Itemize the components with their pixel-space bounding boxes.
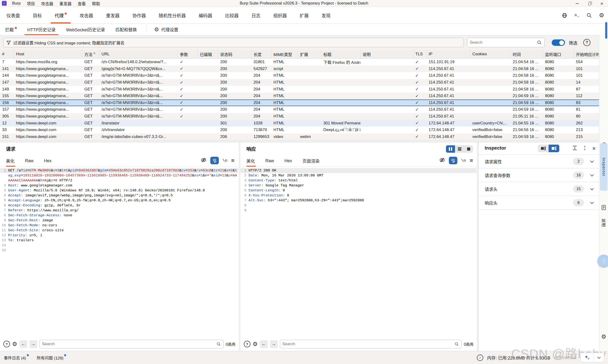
search-icon[interactable] — [586, 12, 592, 19]
menu-item-Burp[interactable]: Burp — [9, 0, 24, 7]
tab-目标[interactable]: 目标 — [26, 7, 48, 24]
editor-tab-Hex[interactable]: Hex — [40, 155, 56, 167]
column-header-说明[interactable]: 说明 — [360, 50, 413, 58]
eye-slash-icon[interactable] — [201, 157, 206, 164]
tab-WebSocket历史记录[interactable]: WebSocket历史记录 — [61, 24, 110, 35]
table-row[interactable]: 12https://www.deepl.comGET/translator301… — [0, 120, 608, 127]
table-row[interactable]: 157https://www.googletagmana...GET/a?id=… — [0, 106, 608, 113]
help-icon[interactable]: ? — [583, 39, 590, 46]
expand-all-icon[interactable] — [572, 145, 577, 152]
tab-代理[interactable]: 代理 — [48, 7, 73, 24]
horizontal-splitter[interactable] — [0, 140, 608, 143]
tab-组织器[interactable]: 组织器 — [267, 7, 293, 24]
restore-button[interactable] — [583, 0, 596, 7]
tab-随机性分析器[interactable]: 随机性分析器 — [152, 7, 192, 24]
table-row[interactable]: 7https://www.mozilla.orgGET/zh-CN/firefo… — [0, 59, 608, 65]
word-wrap-button[interactable] — [210, 157, 219, 164]
editor-tab-Raw[interactable]: Raw — [21, 155, 38, 167]
column-header-URL[interactable]: URL — [99, 50, 178, 58]
minimize-button[interactable] — [571, 0, 583, 7]
tab-匹配和替换[interactable]: 匹配和替换 — [110, 24, 142, 35]
info-icon[interactable]: i — [477, 354, 483, 361]
terminal-icon[interactable]: >_ — [574, 12, 580, 19]
column-header-参数[interactable]: 参数 — [178, 50, 198, 58]
tab-重发器[interactable]: 重发器 — [100, 7, 126, 24]
table-row[interactable]: 156https://www.googletagmana...GET/a?id=… — [0, 100, 608, 106]
editor-tab-Raw[interactable]: Raw — [261, 155, 278, 167]
tab-拦截[interactable]: 拦截 — [0, 24, 22, 35]
editor-tab-Hex[interactable]: Hex — [280, 155, 296, 167]
table-row[interactable]: 155https://www.googletagmana...GET/a?id=… — [0, 93, 608, 100]
tab-攻击器[interactable]: 攻击器 — [73, 7, 100, 24]
column-header-扩展[interactable]: 扩展 — [298, 50, 321, 58]
table-row[interactable]: 151https://www.deepl.comGET/img/ai-labs/… — [0, 133, 608, 140]
inspector-section-请求属性[interactable]: 请求属性2 — [478, 155, 599, 168]
word-wrap-button[interactable] — [449, 157, 457, 164]
response-search-input[interactable] — [282, 342, 455, 346]
help-icon[interactable]: ? — [3, 341, 10, 347]
column-header-IP[interactable]: IP — [426, 50, 470, 58]
tab-日志[interactable]: 日志 — [245, 7, 267, 24]
inspector-section-响应头[interactable]: 响应头6 — [478, 196, 599, 210]
request-search-input[interactable] — [42, 342, 217, 346]
strip-settings-gear-icon[interactable]: ⚙ — [599, 334, 608, 339]
tab-比较器[interactable]: 比较器 — [219, 7, 245, 24]
side-tab-inspector[interactable]: Inspector — [600, 143, 608, 191]
editor-tab-美化[interactable]: 美化 — [246, 155, 259, 167]
column-header-TLS[interactable]: TLS — [413, 50, 426, 58]
sparkles-icon[interactable] — [581, 353, 594, 362]
editor-tab-页面渲染[interactable]: 页面渲染 — [298, 155, 324, 167]
editor-tab-美化[interactable]: 美化 — [6, 155, 19, 167]
table-row[interactable]: 33https://www.deepl.comGET/zh/translator… — [0, 127, 608, 133]
menu-item-帮助[interactable]: 帮助 — [89, 0, 103, 7]
column-header-已编辑[interactable]: 已编辑 — [198, 50, 218, 58]
request-editor[interactable]: 1GET /a?id=GTM-MW3R8V&v=3&t=t&pid=940362… — [0, 168, 238, 337]
ai-dropdown-chevron[interactable] — [594, 353, 604, 362]
next-match-button[interactable]: → — [270, 340, 278, 348]
help-icon[interactable]: ? — [244, 341, 251, 347]
side-tab-notes[interactable]: 说明 — [599, 212, 608, 234]
previous-match-button[interactable]: ← — [260, 340, 268, 348]
eye-slash-icon[interactable] — [439, 157, 445, 164]
layout-horizontal-split-button[interactable] — [455, 145, 464, 153]
table-row[interactable]: 305https://www.googletagmana...GET/a?id=… — [0, 113, 608, 120]
newline-toggle-icon[interactable]: \n — [223, 158, 227, 163]
inspector-section-请求头[interactable]: 请求头15 — [478, 182, 599, 196]
filter-toggle[interactable] — [552, 39, 565, 46]
table-row[interactable]: 147https://www.googletagmana...GET/a?id=… — [0, 79, 608, 86]
table-scrollbar-thumb[interactable] — [605, 22, 607, 39]
next-match-button[interactable]: → — [29, 340, 37, 348]
column-header-监听端口[interactable]: 监听端口 — [543, 50, 574, 58]
all-issues-button[interactable]: 所有问题 (129) — [37, 355, 66, 361]
proxy-settings-button[interactable]: ⚙ 代理设置 — [151, 24, 182, 35]
menu-item-攻击器[interactable]: 攻击器 — [38, 0, 56, 7]
notes-document-icon[interactable] — [599, 205, 608, 210]
settings-gear-icon[interactable]: ⚙ — [598, 12, 605, 19]
search-settings-gear-icon[interactable]: ⚙ — [252, 341, 258, 347]
search-settings-gear-icon[interactable]: ⚙ — [12, 341, 17, 347]
globe-icon[interactable] — [561, 12, 568, 19]
close-button[interactable]: × — [596, 0, 608, 7]
inspector-close-icon[interactable]: × — [592, 145, 596, 152]
filter-settings-bar[interactable]: 过滤器设置:Hiding CSS and image content; 隐藏指定… — [3, 38, 464, 47]
editor-menu-icon[interactable]: ≡ — [470, 158, 473, 163]
previous-match-button[interactable]: ← — [19, 340, 27, 348]
vertical-splitter[interactable] — [239, 143, 240, 351]
column-header-Cookies[interactable]: Cookies — [470, 50, 511, 58]
column-header-MIME类型[interactable]: MIME类型 — [271, 50, 298, 58]
layout-single-pane-button[interactable] — [464, 145, 473, 153]
tab-编码器[interactable]: 编码器 — [192, 7, 219, 24]
collapse-all-icon[interactable] — [582, 145, 587, 152]
newline-toggle-icon[interactable]: \n — [461, 158, 466, 163]
inspector-section-请求查询参数[interactable]: 请求查询参数16 — [478, 168, 599, 182]
table-row[interactable]: 144https://www.googletagmana...GET/a?id=… — [0, 72, 608, 79]
column-header-长度[interactable]: 长度 — [251, 50, 271, 58]
history-search-input[interactable] — [470, 40, 537, 45]
column-header-状态码[interactable]: 状态码 — [218, 50, 251, 58]
tab-发现[interactable]: 发现 — [315, 7, 337, 24]
layout-vertical-split-button[interactable] — [446, 145, 455, 153]
event-log-button[interactable]: 事件日志 (4) — [4, 355, 29, 361]
column-header-index[interactable]: # — [0, 50, 14, 58]
menu-item-重发器[interactable]: 重发器 — [56, 0, 75, 7]
table-row[interactable]: 149https://www.googletagmana...GET/a?id=… — [0, 86, 608, 93]
